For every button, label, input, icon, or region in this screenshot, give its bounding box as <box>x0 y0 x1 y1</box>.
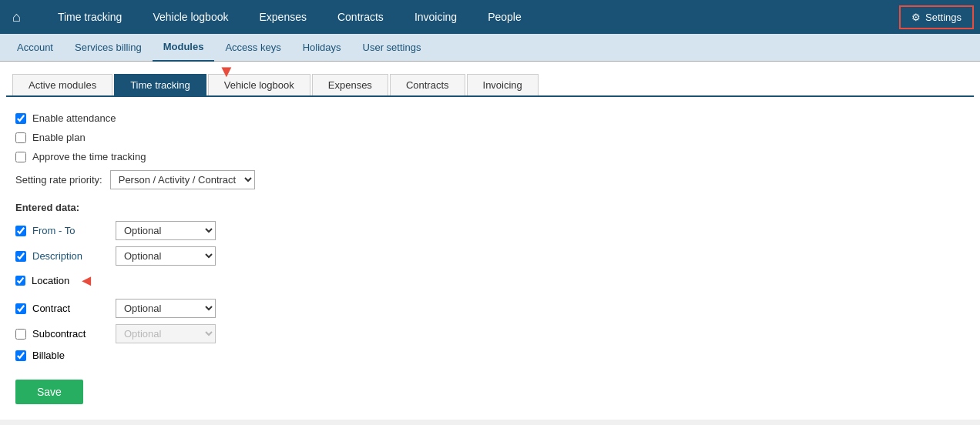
nav-vehicle-logbook[interactable]: Vehicle logbook <box>137 0 243 34</box>
description-row: Description Optional Required Hidden <box>15 246 965 266</box>
nav-people[interactable]: People <box>472 0 537 34</box>
location-label: Location <box>32 275 69 286</box>
main-content: Enable attendance Enable plan Approve th… <box>0 97 980 420</box>
description-label: Description <box>32 250 109 262</box>
location-checkbox[interactable] <box>15 276 25 286</box>
from-to-row: From - To Optional Required Hidden <box>15 221 965 240</box>
subnav-account[interactable]: Account <box>6 34 64 62</box>
enable-attendance-row: Enable attendance <box>15 112 965 124</box>
tab-vehicle-logbook[interactable]: Vehicle logbook <box>208 74 310 95</box>
setting-rate-select[interactable]: Person / Activity / Contract Person / Co… <box>110 170 255 189</box>
enable-plan-checkbox[interactable] <box>15 132 26 143</box>
setting-rate-row: Setting rate priority: Person / Activity… <box>15 170 965 189</box>
contract-checkbox[interactable] <box>15 303 26 314</box>
approve-time-tracking-row: Approve the time tracking <box>15 151 965 162</box>
from-to-select[interactable]: Optional Required Hidden <box>116 221 216 240</box>
entered-data-title: Entered data: <box>15 202 965 213</box>
contract-row: Contract Optional Required Hidden <box>15 299 965 318</box>
tab-bar: Active modules Time tracking Vehicle log… <box>6 74 974 97</box>
nav-expenses[interactable]: Expenses <box>243 0 321 34</box>
from-to-label: From - To <box>32 225 109 236</box>
subnav-access-keys[interactable]: Access keys <box>214 34 291 62</box>
billable-row: Billable <box>15 350 965 361</box>
subnav-services-billing[interactable]: Services billing <box>64 34 153 62</box>
subnav-user-settings[interactable]: User settings <box>352 34 432 62</box>
sub-nav: Account Services billing Modules Access … <box>0 34 980 62</box>
save-button[interactable]: Save <box>15 380 83 404</box>
from-to-checkbox[interactable] <box>15 226 26 236</box>
settings-button[interactable]: ⚙ Settings <box>899 5 974 29</box>
description-select[interactable]: Optional Required Hidden <box>116 246 216 266</box>
tab-time-tracking[interactable]: Time tracking <box>114 74 206 95</box>
subnav-holidays[interactable]: Holidays <box>292 34 352 62</box>
enable-plan-row: Enable plan <box>15 132 965 143</box>
billable-label: Billable <box>32 350 109 361</box>
location-arrow-icon: ◄ <box>79 272 94 289</box>
settings-label: Settings <box>925 12 962 23</box>
home-icon[interactable]: ⌂ <box>6 6 27 28</box>
setting-rate-label: Setting rate priority: <box>15 174 102 186</box>
tab-contracts[interactable]: Contracts <box>390 74 465 95</box>
billable-checkbox[interactable] <box>15 350 26 361</box>
subcontract-select[interactable]: Optional Required Hidden <box>116 324 216 343</box>
enable-attendance-checkbox[interactable] <box>15 113 26 124</box>
tab-invoicing[interactable]: Invoicing <box>467 74 539 95</box>
enable-attendance-label: Enable attendance <box>32 112 116 124</box>
tab-expenses[interactable]: Expenses <box>312 74 388 95</box>
nav-contracts[interactable]: Contracts <box>322 0 399 34</box>
location-row: Location ◄ <box>15 272 965 289</box>
nav-invoicing[interactable]: Invoicing <box>399 0 472 34</box>
subnav-modules[interactable]: Modules <box>153 34 215 62</box>
contract-label: Contract <box>32 303 109 314</box>
subcontract-row: Subcontract Optional Required Hidden <box>15 324 965 343</box>
approve-tracking-label: Approve the time tracking <box>32 151 146 162</box>
approve-tracking-checkbox[interactable] <box>15 152 26 162</box>
subcontract-label: Subcontract <box>32 328 109 340</box>
gear-icon: ⚙ <box>911 12 921 23</box>
contract-select[interactable]: Optional Required Hidden <box>116 299 216 318</box>
tab-active-modules[interactable]: Active modules <box>12 74 112 95</box>
description-checkbox[interactable] <box>15 251 26 262</box>
enable-plan-label: Enable plan <box>32 132 86 143</box>
nav-time-tracking[interactable]: Time tracking <box>42 0 138 34</box>
subcontract-checkbox[interactable] <box>15 329 26 340</box>
top-nav: ⌂ Time tracking Vehicle logbook Expenses… <box>0 0 980 34</box>
